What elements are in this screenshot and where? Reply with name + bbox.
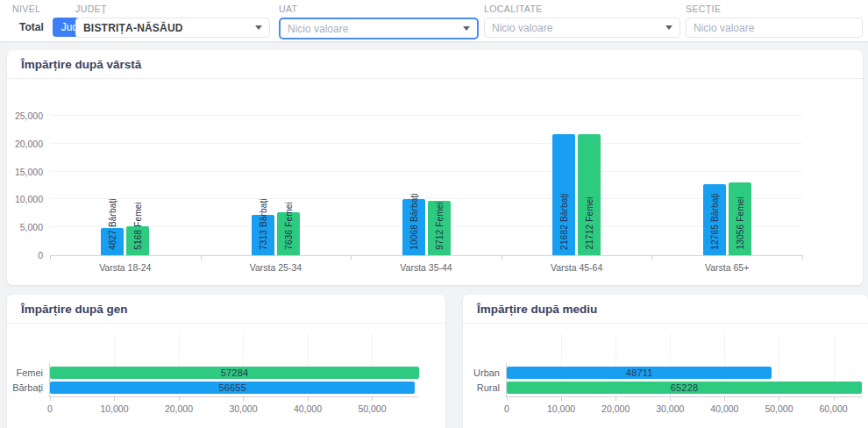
x-axis-tick-label: 60,000: [819, 403, 847, 414]
y-gridline: [50, 198, 802, 199]
bar-bărbați-5[interactable]: 12765 Bărbați: [703, 184, 726, 255]
category-label-bărbați: Bărbați: [1, 382, 43, 394]
gender-chart-title: Împărțire după gen: [7, 295, 445, 324]
uat-label: UAT: [279, 4, 479, 14]
x-axis-category-label: Varsta 45-64: [551, 262, 602, 273]
bar-value-label: 56655: [218, 382, 246, 393]
x-axis-tick-label: 40,000: [710, 403, 738, 414]
bar-value-label: 7313 Bărbați: [258, 198, 267, 250]
chevron-down-icon: [665, 25, 672, 30]
y-gridline: [50, 226, 802, 227]
age-chart-card: Împărțire după vârstă 05,00010,00015,000…: [7, 50, 863, 285]
sectie-input[interactable]: Nicio valoare: [686, 18, 863, 38]
gender-chart-card: Împărțire după gen 010,00020,00030,00040…: [7, 295, 445, 428]
x-axis-tick-label: 30,000: [656, 403, 684, 414]
bar-urban[interactable]: 48711: [507, 367, 772, 379]
bar-rural[interactable]: 65228: [507, 382, 862, 394]
x-axis-category-label: Varsta 25-34: [250, 262, 302, 273]
x-axis-tick: [802, 255, 803, 260]
y-gridline: [50, 115, 802, 116]
x-axis-tick: [50, 255, 51, 260]
x-axis-tick: [651, 255, 652, 260]
gender-chart-plot: 010,00020,00030,00040,00050,000Femei5728…: [50, 326, 419, 428]
x-axis-tick: [502, 255, 502, 260]
bar-bărbați-1[interactable]: 4827 Bărbați: [101, 228, 124, 255]
bar-value-label: 21712 Femei: [585, 196, 594, 250]
category-label-femei: Femei: [1, 367, 43, 379]
filter-judet: JUDEȚ BISTRIȚA-NĂSĂUD: [75, 4, 270, 38]
bar-femei-2[interactable]: 7636 Femei: [277, 212, 300, 255]
x-axis-tick-label: 0: [47, 403, 53, 414]
y-gridline: [50, 171, 802, 172]
bar-femei-1[interactable]: 5168 Femei: [126, 226, 149, 255]
bar-value-label: 4827 Bărbați: [108, 198, 117, 250]
bar-bărbați-3[interactable]: 10068 Bărbați: [402, 199, 425, 255]
bar-value-label: 48711: [626, 367, 653, 378]
sectie-label: SECȚIE: [686, 4, 863, 14]
judet-label: JUDEȚ: [75, 4, 270, 14]
x-axis-category-label: Varsta 65+: [705, 262, 749, 273]
bar-bărbați-2[interactable]: 7313 Bărbați: [252, 215, 274, 256]
x-axis-tick-label: 20,000: [165, 403, 193, 414]
bar-value-label: 12765 Bărbați: [709, 193, 719, 250]
bar-value-label: 65228: [671, 382, 699, 393]
x-axis-tick-label: 20,000: [601, 403, 630, 414]
bar-value-label: 10068 Bărbați: [409, 193, 418, 250]
uat-select[interactable]: Nicio valoare: [279, 18, 479, 39]
filter-bar: NIVEL Total Județ JUDEȚ BISTRIȚA-NĂSĂUD …: [0, 0, 868, 41]
x-axis-line: [507, 396, 862, 397]
bar-value-label: 57284: [221, 367, 249, 378]
localitate-select[interactable]: Nicio valoare: [484, 18, 680, 38]
bar-bărbați-4[interactable]: 21682 Bărbați: [552, 134, 575, 255]
category-label-urban: Urban: [458, 367, 500, 379]
localitate-label: LOCALITATE: [484, 4, 680, 14]
bar-value-label: 5168 Femei: [133, 202, 143, 250]
x-axis-category-label: Varsta 18-24: [99, 262, 151, 273]
x-axis-tick-label: 10,000: [547, 403, 575, 414]
chevron-down-icon: [463, 26, 470, 31]
uat-placeholder: Nicio valoare: [288, 23, 348, 35]
filter-localitate: LOCALITATE Nicio valoare: [484, 4, 680, 38]
x-axis-tick-label: 30,000: [229, 403, 257, 414]
bar-femei-5[interactable]: 13056 Femei: [729, 182, 751, 255]
chevron-down-icon: [255, 25, 262, 30]
environment-chart-card: Împărțire după mediu 010,00020,00030,000…: [463, 295, 868, 428]
x-axis-tick-label: 50,000: [358, 403, 386, 414]
x-axis-tick-label: 0: [504, 403, 509, 414]
y-axis-tick-label: 20,000: [3, 139, 43, 149]
age-chart-title: Împărțire după vârstă: [7, 50, 863, 79]
judet-select[interactable]: BISTRIȚA-NĂSĂUD: [75, 18, 270, 38]
y-axis-tick-label: 5,000: [3, 222, 43, 232]
x-axis-category-label: Varsta 35-44: [400, 262, 452, 273]
x-axis-tick: [351, 255, 352, 260]
y-axis-tick-label: 0: [3, 250, 43, 260]
judet-selected-value: BISTRIȚA-NĂSĂUD: [83, 22, 183, 34]
x-axis-tick-label: 10,000: [100, 403, 128, 414]
sectie-placeholder: Nicio valoare: [694, 22, 754, 34]
bar-femei-3[interactable]: 9712 Femei: [428, 201, 451, 255]
environment-chart-title: Împărțire după mediu: [463, 295, 868, 324]
environment-chart-plot: 010,00020,00030,00040,00050,00060,000Urb…: [507, 326, 862, 428]
filter-sectie: SECȚIE Nicio valoare: [686, 4, 863, 38]
bar-value-label: 9712 Femei: [434, 202, 444, 250]
x-axis-tick-label: 50,000: [765, 403, 793, 414]
nivel-total-button[interactable]: Total: [12, 18, 51, 37]
y-axis-tick-label: 10,000: [3, 194, 43, 204]
bar-value-label: 7636 Femei: [283, 202, 293, 250]
localitate-placeholder: Nicio valoare: [492, 22, 552, 34]
category-label-rural: Rural: [458, 382, 500, 394]
y-axis-tick-label: 15,000: [3, 167, 43, 177]
bar-value-label: 13056 Femei: [735, 196, 744, 250]
bar-bărbați[interactable]: 56655: [50, 382, 415, 394]
x-axis-tick: [201, 255, 202, 260]
age-chart-plot: 05,00010,00015,00020,00025,000Varsta 18-…: [50, 96, 802, 256]
y-axis-tick-label: 25,000: [3, 111, 43, 121]
filter-uat: UAT Nicio valoare: [279, 4, 479, 39]
bar-femei[interactable]: 57284: [50, 367, 419, 379]
bar-femei-4[interactable]: 21712 Femei: [578, 134, 601, 255]
bar-value-label: 21682 Bărbați: [559, 193, 569, 250]
x-axis-tick-label: 40,000: [294, 403, 322, 414]
x-axis-line: [50, 396, 419, 397]
y-gridline: [50, 143, 802, 144]
